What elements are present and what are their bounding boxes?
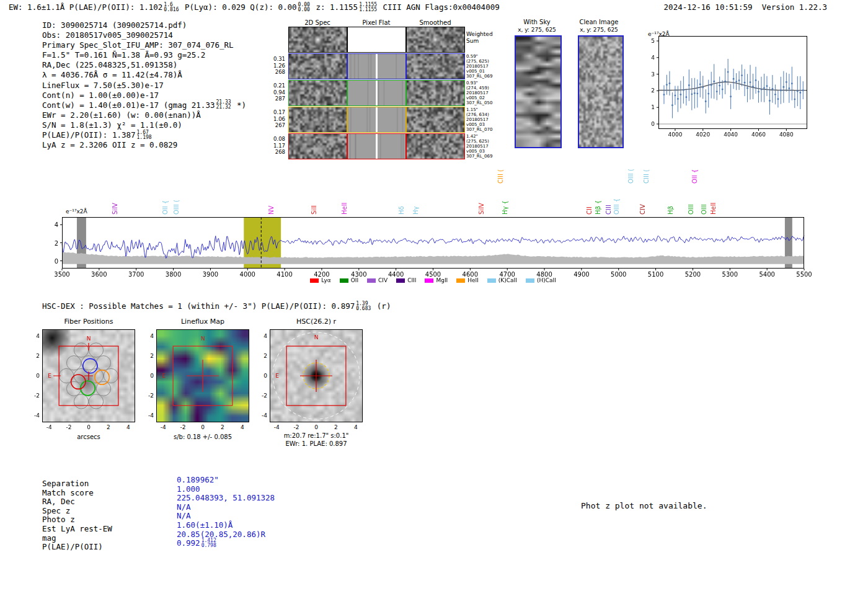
legend-label: HeII [467,277,479,283]
fiber-positions-image [42,329,135,422]
line-marker-text: CII [586,207,593,215]
match-table-label: mag [42,533,56,543]
cutout-x-tick-label: 2 [107,424,110,430]
fit-y-tick-label: 5 [642,38,655,44]
text-segment: Cont(w) = 1.40(±0.01)e-17 (gmag 21.33 [42,100,215,110]
match-table-row: Est LyA rest-EW1.60(±1.10)Å [42,524,309,533]
spec2d-row-right-labels: 1.42"(275, 625)20180517v005_03307_RL_069 [466,134,503,159]
spec2d-row-right-labels: 0.59"(275, 625)20180517v005_01307_RL_069 [466,54,503,79]
cutout-y-tick-label: 4 [29,333,40,339]
cutout-x-tick-label: 4 [126,424,130,430]
spec2d-image [348,81,405,105]
text-segment: Obs: 20180517v005_3090025714 [42,30,173,40]
match-table-value-text: N/A [177,511,191,520]
info-line: Cont(w) = 1.40(±0.01)e-17 (gmag 21.3321.… [42,100,246,110]
uncertainty-lower: 0.683 [356,306,371,311]
fit-x-tick-label: 4020 [696,131,710,138]
match-table-value: N/A [177,502,191,512]
spec2d-cell [347,107,406,133]
fit-x-tick-label: 4060 [751,131,766,138]
legend-label: MgII [436,277,448,283]
legend-swatch [396,278,405,283]
text-segment: (r) [372,301,391,311]
legend-swatch [340,278,348,283]
match-table-value: 1.60(±1.10)Å [177,520,232,530]
text-segment: LyA z = 2.3206 OII z = 0.0829 [42,140,177,149]
spec2d-cell [347,80,406,106]
spec2d-image [348,107,405,132]
legend-item: OII [340,277,358,283]
report-datetime: 2024-12-16 10:51:59 Version 1.22.3 [664,2,827,12]
uncertainty-lower: 1.1155 [359,7,377,12]
fiber-xlabel: arcsecs [77,433,100,440]
lineflux-map-image [156,329,249,422]
legend-item: CIV [367,277,388,283]
text-segment: Cont(n) = 1.00(±0.00)e-17 [42,91,159,100]
fit-y-tick-label: 2 [642,87,655,94]
cutout-y-tick-label: 4 [256,333,267,339]
spectrum-y-tick-label: 2 [46,240,58,247]
spec2d-cell [288,133,347,159]
spec2d-image [407,134,464,159]
spec2d-row-left-labels: 0.210.94287 [254,82,285,102]
legend-swatch [487,278,496,283]
match-table-value: 0.189962" [177,475,219,484]
match-table-value-text: N/A [177,502,191,512]
cutout-y-tick-label: -4 [143,412,154,419]
legend-swatch [526,278,534,283]
legend-swatch [456,278,465,283]
legend-item: Lyα [310,277,330,283]
line-marker-text: SiIV [112,203,118,215]
legend-item: HeII [456,277,479,283]
spec2d-cell [406,107,465,133]
spec2d-image [407,27,464,52]
hsc-match-header: HSC-DEX : Possible Matches = 1 (within +… [42,301,391,312]
cutout-y-tick-label: -4 [256,412,267,419]
legend-swatch [367,278,376,283]
fit-x-tick-label: 4000 [668,131,682,138]
stacked-uncertainty: 1.60.816 [164,2,179,12]
match-table-value-text: 1.60(±1.10)Å [177,520,232,530]
spec2d-right-label: (275, 625) [466,59,503,64]
elixer-report-page: EW: 1.6±1.1Å P(LAE)/P(OII): 1.1021.60.81… [0,0,868,591]
text-segment: Primary Spec_Slot_IFU_AMP: 307_074_076_R… [42,40,234,50]
legend-item: CIII [396,277,416,283]
uncertainty-lower: 0.00 [298,7,310,12]
spectrum-legend: LyαOIICIVCIIIMgIIHeII(K)CaII(H)CaII [62,277,804,283]
info-line: RA,Dec (225.048325,51.091358) [42,60,246,70]
line-fit-plot [652,31,812,136]
spec2d-left-label: 0.21 [254,82,285,89]
fit-y-tick-label: 3 [642,71,655,78]
line-marker-text: Hγ [412,207,419,215]
legend-label: (H)CaII [537,277,556,283]
spec2d-right-label: (275, 625) [466,139,503,144]
legend-item: (K)CaII [487,277,517,283]
match-table-value: 1.000 [177,484,200,494]
spec2d-right-label: 307_RL_069 [466,154,503,159]
legend-swatch [425,278,433,283]
cutout-y-tick-label: 2 [256,353,267,359]
info-line: S/N = 1.8(±1.3) χ² = 1.1(±0.0) [42,120,246,130]
cutout-x-tick-label: -2 [66,424,72,430]
withsky-subtitle: x, y: 275, 625 [518,27,556,33]
cutout-y-tick-label: 0 [256,373,267,379]
spec2d-image [289,54,347,79]
spec2d-left-label: 1.17 [254,143,285,149]
uncertainty-lower: 21.32 [216,105,231,110]
spec2d-right-label: (276, 634) [466,112,503,117]
fit-y-tick-label: 4 [642,55,655,61]
text-segment: EWr = 2.20(±1.60) (w: 0.00(±nan))Å [42,110,201,120]
text-segment: z: 1.1155 [311,2,358,12]
spec2d-right-label: 20180517 [466,117,503,122]
text-segment: P(LAE)/P(OII): 1.102 [69,2,163,12]
fiber-positions-title: Fiber Positions [64,318,113,326]
cutout-y-tick-label: 0 [143,373,154,379]
spec2d-row-left-labels: 0.081.17268 [254,136,285,156]
fit-x-tick-label: 4040 [724,131,738,138]
cutout-x-tick-label: 4 [354,424,358,430]
text-segment: LineFlux = 7.50(±5.30)e-17 [42,81,164,90]
match-table-label: P(LAE)/P(OII) [42,542,103,551]
spec2d-left-label: 0.08 [254,136,285,143]
line-marker-text: OIII [688,204,694,215]
uncertainty-lower: 1.198 [137,135,152,140]
